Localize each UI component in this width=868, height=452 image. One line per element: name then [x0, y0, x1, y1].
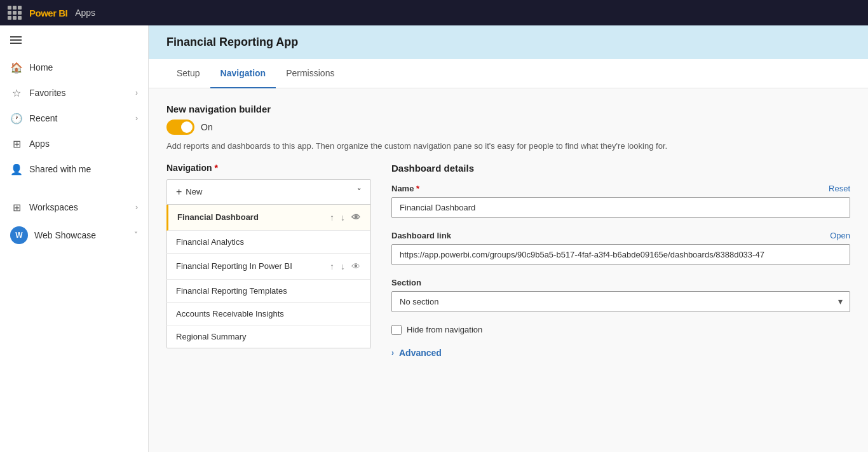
link-field-group: Dashboard link Open	[391, 231, 850, 265]
advanced-label: Advanced	[399, 348, 442, 358]
app-title: Financial Reporting App	[166, 36, 298, 48]
sidebar-item-label: Recent	[29, 113, 129, 123]
chevron-down-icon: ˅	[134, 231, 138, 240]
nav-builder-section: New navigation builder On Add reports an…	[166, 104, 850, 153]
detail-panel: Dashboard details Name * Reset	[391, 163, 850, 437]
advanced-section[interactable]: › Advanced	[391, 348, 850, 358]
hide-nav-checkbox-row: Hide from navigation	[391, 325, 850, 335]
nav-add-button[interactable]: + New ˅	[166, 179, 371, 205]
nav-item-financial-reporting-templates[interactable]: Financial Reporting Templates	[166, 280, 371, 303]
sidebar-item-label: Workspaces	[29, 202, 129, 212]
favorites-icon: ☆	[10, 86, 23, 99]
sidebar-item-favorites[interactable]: ☆ Favorites ›	[0, 80, 148, 106]
nav-item-actions: ↑ ↓ 👁	[329, 260, 362, 273]
sidebar-item-web-showcase[interactable]: W Web Showcase ˅	[0, 220, 148, 250]
sidebar-item-shared[interactable]: 👤 Shared with me	[0, 156, 148, 182]
toggle-row: On	[166, 120, 850, 135]
nav-builder-title: New navigation builder	[166, 104, 850, 114]
sidebar-item-label: Shared with me	[29, 164, 138, 174]
sidebar-item-recent[interactable]: 🕐 Recent ›	[0, 106, 148, 131]
nav-item-financial-dashboard[interactable]: Financial Dashboard ↑ ↓ 👁	[166, 205, 371, 231]
hide-nav-checkbox[interactable]	[391, 325, 402, 335]
sidebar-item-workspaces[interactable]: ⊞ Workspaces ›	[0, 195, 148, 220]
sidebar-item-label: Favorites	[29, 88, 129, 98]
sidebar: 🏠 Home ☆ Favorites › 🕐 Recent › ⊞ Apps 👤…	[0, 25, 149, 452]
topbar-apps-link[interactable]: Apps	[75, 8, 95, 18]
section-select-wrapper: No section	[391, 291, 850, 312]
nav-panel-title: Navigation *	[166, 163, 371, 173]
nav-builder-toggle[interactable]	[166, 120, 194, 135]
toggle-state-label: On	[201, 122, 213, 132]
nav-item-financial-reporting-powerbi[interactable]: Financial Reporting In Power BI ↑ ↓ 👁	[166, 254, 371, 280]
nav-item-label: Financial Dashboard	[177, 212, 259, 222]
sidebar-toggle-button[interactable]	[0, 25, 148, 55]
sidebar-item-home[interactable]: 🏠 Home	[0, 55, 148, 80]
nav-item-regional-summary[interactable]: Regional Summary	[166, 325, 371, 348]
section-field-group: Section No section	[391, 278, 850, 312]
nav-builder-description: Add reports and dashboards to this app. …	[166, 140, 738, 153]
move-down-icon[interactable]: ↓	[339, 260, 346, 273]
visibility-icon[interactable]: 👁	[350, 260, 362, 273]
move-down-icon[interactable]: ↓	[339, 211, 346, 224]
nav-item-label: Financial Analytics	[176, 237, 244, 247]
sidebar-item-label: Apps	[29, 139, 138, 149]
nav-item-actions: ↑ ↓ 👁	[329, 211, 362, 224]
add-button-label: New	[186, 187, 202, 196]
shared-icon: 👤	[10, 163, 23, 175]
link-open-link[interactable]: Open	[830, 231, 850, 240]
nav-item-accounts-receivable[interactable]: Accounts Receivable Insights	[166, 303, 371, 325]
visibility-icon[interactable]: 👁	[350, 211, 362, 224]
required-marker: *	[212, 163, 218, 173]
plus-icon: +	[176, 186, 182, 198]
chevron-right-icon: ›	[135, 88, 138, 97]
topbar: Power BI Apps	[0, 0, 868, 25]
nav-item-label: Accounts Receivable Insights	[176, 309, 284, 318]
name-field-label: Name * Reset	[391, 184, 850, 193]
navigation-panel: Navigation * + New ˅ Financial Dashboard	[166, 163, 371, 437]
powerbi-logo: Power BI	[29, 8, 67, 18]
link-field-label: Dashboard link Open	[391, 231, 850, 240]
chevron-right-icon: ›	[135, 203, 138, 212]
content-area: New navigation builder On Add reports an…	[149, 88, 868, 452]
hide-from-nav-group: Hide from navigation	[391, 325, 850, 335]
chevron-down-icon: ˅	[357, 187, 362, 196]
hide-nav-label: Hide from navigation	[407, 325, 482, 334]
section-select[interactable]: No section	[391, 291, 850, 312]
workspaces-icon: ⊞	[10, 201, 23, 214]
tab-bar: Setup Navigation Permissions	[149, 59, 868, 88]
home-icon: 🏠	[10, 61, 23, 74]
chevron-right-icon: ›	[391, 348, 394, 357]
nav-item-label: Financial Reporting Templates	[176, 286, 287, 296]
nav-item-label: Regional Summary	[176, 332, 247, 341]
name-input[interactable]	[391, 197, 850, 218]
link-input[interactable]	[391, 244, 850, 265]
move-up-icon[interactable]: ↑	[329, 211, 336, 224]
two-col-layout: Navigation * + New ˅ Financial Dashboard	[166, 163, 850, 437]
recent-icon: 🕐	[10, 112, 23, 125]
name-reset-link[interactable]: Reset	[829, 184, 850, 193]
tab-permissions[interactable]: Permissions	[276, 59, 344, 88]
chevron-right-icon: ›	[135, 114, 138, 123]
apps-icon: ⊞	[10, 137, 23, 150]
sidebar-item-label: Home	[29, 62, 138, 72]
sidebar-item-apps[interactable]: ⊞ Apps	[0, 131, 148, 156]
move-up-icon[interactable]: ↑	[329, 260, 336, 273]
section-field-label: Section	[391, 278, 850, 287]
app-launcher-icon[interactable]	[8, 6, 22, 20]
detail-panel-title: Dashboard details	[391, 163, 850, 174]
avatar: W	[10, 226, 28, 244]
tab-navigation[interactable]: Navigation	[210, 59, 276, 88]
main-content: Financial Reporting App Setup Navigation…	[149, 25, 868, 452]
name-field-group: Name * Reset	[391, 184, 850, 218]
tab-setup[interactable]: Setup	[166, 59, 210, 88]
app-header: Financial Reporting App	[149, 25, 868, 59]
nav-item-label: Financial Reporting In Power BI	[176, 261, 292, 271]
nav-item-financial-analytics[interactable]: Financial Analytics	[166, 231, 371, 254]
sidebar-item-label: Web Showcase	[34, 230, 128, 240]
